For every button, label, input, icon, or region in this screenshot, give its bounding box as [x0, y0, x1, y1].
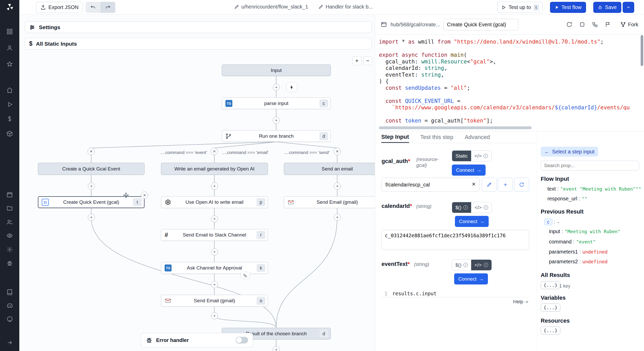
insert-step-button[interactable] [334, 214, 341, 221]
refresh-resource-button[interactable] [514, 178, 529, 192]
discord-icon[interactable] [0, 301, 19, 311]
select-step-input-button[interactable]: ← Select a step input [541, 147, 598, 157]
sync-icon[interactable] [566, 21, 572, 28]
delete-branch-button[interactable] [211, 148, 218, 155]
calendar-id-connect-button[interactable]: Connect [455, 216, 489, 227]
book-icon[interactable] [0, 287, 19, 297]
home-icon[interactable] [0, 85, 19, 95]
all-results-object-chip[interactable]: {...} [541, 281, 560, 289]
save-button[interactable]: Save [593, 2, 621, 13]
code-editor[interactable]: import * as wmill from "https://deno.lan… [375, 35, 644, 132]
branch-header-send[interactable]: Send an email [284, 163, 375, 175]
eye-icon[interactable] [0, 230, 19, 241]
insert-step-button[interactable] [211, 183, 218, 190]
zoom-in-button[interactable] [352, 56, 361, 65]
insert-step-button[interactable] [273, 117, 280, 124]
variables-object-chip[interactable]: {...} [541, 304, 560, 312]
save-dropdown-button[interactable] [623, 2, 634, 13]
error-handler-toggle[interactable] [236, 337, 248, 344]
error-handler-bar[interactable]: Error handler [141, 333, 253, 347]
export-json-button[interactable]: Export JSON [36, 2, 83, 13]
flow-summary-breadcrumb[interactable]: Handler for slack b... [318, 4, 373, 10]
gcal-auth-connect-button[interactable]: Connect [452, 165, 486, 176]
user-icon[interactable] [0, 43, 19, 53]
insert-step-button[interactable] [211, 312, 218, 319]
code-mode-button[interactable]: </> i [471, 260, 491, 270]
trigger-bolt-button[interactable] [286, 83, 297, 92]
prop-row-command[interactable]: command: "event" [549, 239, 596, 245]
event-text-expression-editor[interactable]: 1 results.c.input [382, 290, 530, 297]
template-mode-button[interactable]: $() i [452, 202, 471, 213]
apps-icon[interactable] [0, 128, 19, 139]
folder-icon[interactable] [0, 203, 19, 213]
insert-step-button[interactable] [88, 183, 95, 190]
flag-icon[interactable] [605, 21, 611, 28]
code-mode-button[interactable]: </> i [471, 151, 491, 161]
calendar-icon[interactable] [0, 189, 19, 200]
zoom-out-button[interactable] [363, 56, 372, 65]
step-summary-input[interactable] [444, 19, 518, 30]
undo-button[interactable] [86, 2, 100, 13]
star-icon[interactable] [0, 59, 19, 69]
tab-advanced[interactable]: Advanced [465, 132, 490, 143]
static-mode-button[interactable]: Static [452, 151, 471, 161]
flow-node-parse-input[interactable]: TS parse input c [222, 97, 331, 109]
expand-sidebar-icon[interactable] [0, 337, 19, 348]
insert-step-button[interactable] [211, 215, 218, 222]
prop-row-parameters2[interactable]: parameters2: undefined [549, 259, 607, 265]
prop-row-input[interactable]: input: "Meeting with Ruben" [549, 228, 621, 234]
tab-step-input[interactable]: Step Input [381, 132, 409, 143]
windmill-logo-icon[interactable] [0, 2, 19, 12]
clear-resource-icon[interactable]: × [472, 181, 476, 188]
flow-node-send-email-gmail[interactable]: Send Email (gmail) [284, 196, 375, 208]
phone-icon[interactable] [592, 21, 598, 28]
test-flow-button[interactable]: Test flow [550, 2, 586, 13]
edit-resource-button[interactable] [482, 178, 497, 192]
branch-header-email[interactable]: Write an email generated by Open AI [161, 163, 268, 175]
flow-path-breadcrumb[interactable]: u/henricourdent/flow_slack_1 [234, 4, 308, 10]
insert-step-button[interactable] [273, 84, 280, 91]
bug-icon[interactable] [0, 258, 19, 268]
delete-branch-button[interactable] [88, 148, 95, 155]
prop-row-response-url[interactable]: response_url: "" [547, 196, 587, 202]
vertical-scrollbar[interactable] [641, 35, 643, 66]
flow-node-run-one-branch[interactable]: Run one branch d [222, 130, 331, 142]
gear-icon[interactable] [0, 244, 19, 255]
redo-button[interactable] [100, 2, 115, 13]
static-inputs-bar[interactable]: $ All Static Inputs [25, 38, 372, 50]
move-step-handle[interactable] [123, 192, 129, 198]
code-mode-button[interactable]: </> i [471, 202, 491, 213]
flow-node-slack-channel[interactable]: # Send Email to Slack Channel r [161, 229, 268, 241]
delete-branch-button[interactable] [334, 148, 341, 155]
github-icon[interactable] [0, 314, 19, 324]
flow-node-openai-email[interactable]: Use Open AI to write email p [161, 196, 268, 208]
event-text-connect-button[interactable]: Connect [454, 273, 488, 284]
flow-canvas[interactable]: Settings $ All Static Inputs Input TS pa… [19, 15, 375, 351]
branch-header-gcal[interactable]: Create a Quick Gcal Event [38, 163, 145, 175]
help-link[interactable]: Help [513, 299, 529, 305]
template-mode-button[interactable]: $() i [452, 260, 471, 270]
tab-test-this-step[interactable]: Test this step [420, 132, 453, 143]
square-icon[interactable] [579, 21, 585, 28]
horizontal-scrollbar[interactable] [379, 126, 532, 129]
fork-button[interactable]: Fork [620, 22, 638, 28]
prop-row-text[interactable]: text: "event "Meeting with Ruben""" [547, 186, 641, 192]
insert-step-button[interactable] [88, 214, 95, 221]
flow-node-input[interactable]: Input [222, 64, 331, 76]
flow-node-send-gmail[interactable]: Send Email (gmail) o [161, 295, 268, 307]
delete-step-button[interactable] [141, 192, 148, 199]
search-prop-input[interactable] [541, 161, 639, 170]
prop-row-step-c[interactable]: c: - [544, 219, 560, 225]
play-icon[interactable] [0, 99, 19, 110]
resource-path-input[interactable] [382, 178, 480, 192]
test-up-to-button[interactable]: Test up to t [497, 2, 543, 13]
insert-step-button[interactable] [211, 281, 218, 288]
dollar-icon[interactable] [0, 113, 19, 124]
flow-node-ask-approval[interactable]: TS Ask Channel for Approval k [161, 262, 268, 274]
users-icon[interactable] [0, 217, 19, 227]
prop-row-parameters1[interactable]: parameters1: undefined [549, 249, 607, 255]
insert-step-button[interactable] [334, 183, 341, 190]
resources-object-chip[interactable]: {...} [541, 326, 560, 334]
calendar-id-value-input[interactable]: c_0312442e881ae6fcf1dec23f54916a389f1c17… [382, 230, 529, 250]
add-resource-button[interactable] [498, 178, 513, 192]
